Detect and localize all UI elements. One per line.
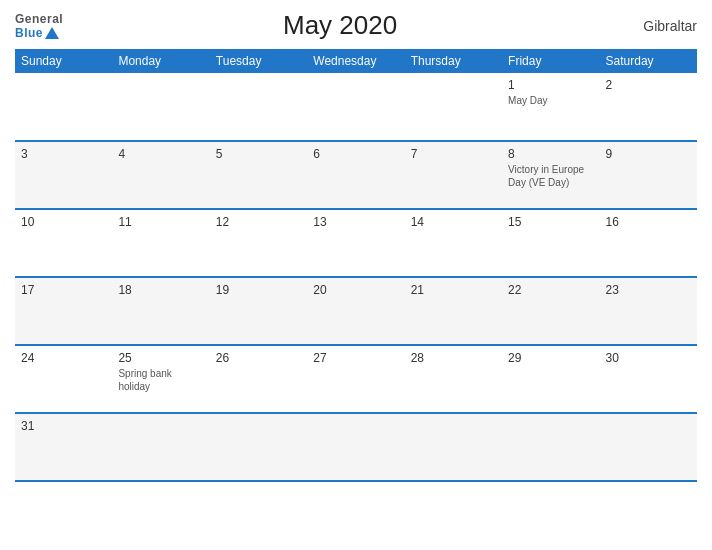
day-number: 19 <box>216 283 301 297</box>
calendar-day-cell: 28 <box>405 345 502 413</box>
calendar-day-cell: 11 <box>112 209 209 277</box>
day-number: 2 <box>606 78 691 92</box>
calendar-day-cell: 24 <box>15 345 112 413</box>
calendar-day-cell <box>112 73 209 141</box>
calendar-day-cell <box>502 413 599 481</box>
day-number: 17 <box>21 283 106 297</box>
calendar-day-cell: 22 <box>502 277 599 345</box>
day-number: 8 <box>508 147 593 161</box>
day-number: 31 <box>21 419 106 433</box>
calendar-day-cell: 5 <box>210 141 307 209</box>
col-sunday: Sunday <box>15 49 112 73</box>
day-number: 22 <box>508 283 593 297</box>
calendar-container: General Blue May 2020 Gibraltar Sunday M… <box>0 0 712 550</box>
calendar-day-cell: 9 <box>600 141 697 209</box>
calendar-day-cell <box>15 73 112 141</box>
calendar-header: Sunday Monday Tuesday Wednesday Thursday… <box>15 49 697 73</box>
calendar-day-cell: 8Victory in Europe Day (VE Day) <box>502 141 599 209</box>
calendar-day-cell: 21 <box>405 277 502 345</box>
logo-triangle-icon <box>45 27 59 39</box>
logo-blue-text: Blue <box>15 26 59 40</box>
calendar-day-cell <box>307 73 404 141</box>
calendar-day-cell: 15 <box>502 209 599 277</box>
calendar-day-cell <box>210 413 307 481</box>
calendar-day-cell: 4 <box>112 141 209 209</box>
day-number: 6 <box>313 147 398 161</box>
calendar-day-cell <box>405 73 502 141</box>
calendar-day-cell: 31 <box>15 413 112 481</box>
weekday-header-row: Sunday Monday Tuesday Wednesday Thursday… <box>15 49 697 73</box>
calendar-day-cell: 30 <box>600 345 697 413</box>
day-number: 7 <box>411 147 496 161</box>
logo: General Blue <box>15 12 63 40</box>
calendar-week-row: 31 <box>15 413 697 481</box>
day-number: 20 <box>313 283 398 297</box>
logo-general-text: General <box>15 12 63 26</box>
calendar-day-cell: 14 <box>405 209 502 277</box>
holiday-name: Victory in Europe Day (VE Day) <box>508 163 593 189</box>
calendar-day-cell: 6 <box>307 141 404 209</box>
day-number: 29 <box>508 351 593 365</box>
calendar-day-cell: 2 <box>600 73 697 141</box>
calendar-week-row: 2425Spring bank holiday2627282930 <box>15 345 697 413</box>
calendar-day-cell: 18 <box>112 277 209 345</box>
calendar-day-cell: 17 <box>15 277 112 345</box>
day-number: 3 <box>21 147 106 161</box>
holiday-name: Spring bank holiday <box>118 367 203 393</box>
day-number: 26 <box>216 351 301 365</box>
header: General Blue May 2020 Gibraltar <box>15 10 697 41</box>
day-number: 23 <box>606 283 691 297</box>
calendar-day-cell: 25Spring bank holiday <box>112 345 209 413</box>
day-number: 12 <box>216 215 301 229</box>
calendar-day-cell: 7 <box>405 141 502 209</box>
day-number: 4 <box>118 147 203 161</box>
day-number: 10 <box>21 215 106 229</box>
calendar-day-cell <box>600 413 697 481</box>
day-number: 24 <box>21 351 106 365</box>
holiday-name: May Day <box>508 94 593 107</box>
day-number: 21 <box>411 283 496 297</box>
calendar-day-cell <box>307 413 404 481</box>
col-monday: Monday <box>112 49 209 73</box>
col-tuesday: Tuesday <box>210 49 307 73</box>
day-number: 11 <box>118 215 203 229</box>
calendar-day-cell: 12 <box>210 209 307 277</box>
day-number: 15 <box>508 215 593 229</box>
calendar-day-cell: 16 <box>600 209 697 277</box>
day-number: 9 <box>606 147 691 161</box>
calendar-week-row: 345678Victory in Europe Day (VE Day)9 <box>15 141 697 209</box>
calendar-day-cell: 19 <box>210 277 307 345</box>
day-number: 5 <box>216 147 301 161</box>
day-number: 28 <box>411 351 496 365</box>
calendar-day-cell: 1May Day <box>502 73 599 141</box>
calendar-day-cell: 29 <box>502 345 599 413</box>
calendar-day-cell: 27 <box>307 345 404 413</box>
calendar-day-cell: 13 <box>307 209 404 277</box>
day-number: 13 <box>313 215 398 229</box>
day-number: 1 <box>508 78 593 92</box>
col-friday: Friday <box>502 49 599 73</box>
calendar-day-cell: 26 <box>210 345 307 413</box>
calendar-day-cell <box>112 413 209 481</box>
day-number: 27 <box>313 351 398 365</box>
calendar-week-row: 17181920212223 <box>15 277 697 345</box>
col-wednesday: Wednesday <box>307 49 404 73</box>
day-number: 25 <box>118 351 203 365</box>
calendar-day-cell <box>210 73 307 141</box>
calendar-day-cell: 20 <box>307 277 404 345</box>
day-number: 30 <box>606 351 691 365</box>
region-label: Gibraltar <box>617 18 697 34</box>
day-number: 18 <box>118 283 203 297</box>
calendar-table: Sunday Monday Tuesday Wednesday Thursday… <box>15 49 697 482</box>
calendar-week-row: 10111213141516 <box>15 209 697 277</box>
month-title: May 2020 <box>63 10 617 41</box>
col-thursday: Thursday <box>405 49 502 73</box>
col-saturday: Saturday <box>600 49 697 73</box>
day-number: 14 <box>411 215 496 229</box>
calendar-day-cell <box>405 413 502 481</box>
calendar-week-row: 1May Day2 <box>15 73 697 141</box>
calendar-day-cell: 23 <box>600 277 697 345</box>
calendar-day-cell: 10 <box>15 209 112 277</box>
calendar-day-cell: 3 <box>15 141 112 209</box>
calendar-body: 1May Day2345678Victory in Europe Day (VE… <box>15 73 697 481</box>
